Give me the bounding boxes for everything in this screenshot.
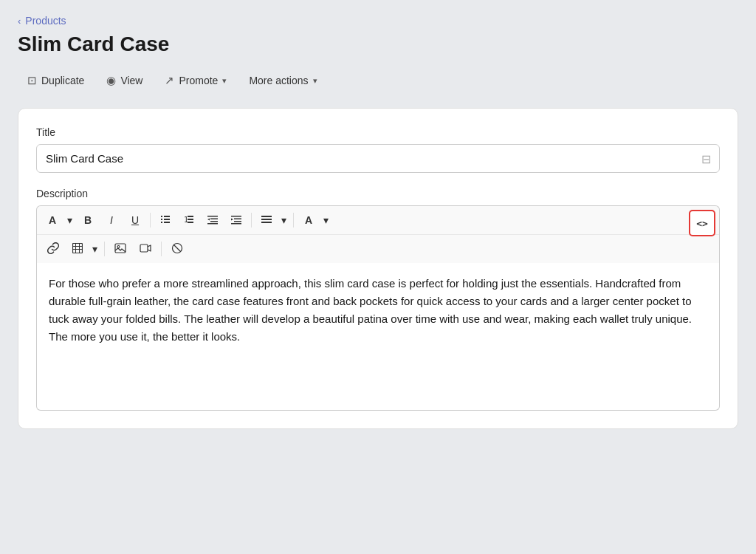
font-button[interactable]: A: [41, 209, 63, 231]
svg-rect-23: [73, 243, 83, 253]
editor-container: A ▾ B I U: [36, 205, 720, 411]
more-actions-label: More actions: [249, 75, 308, 86]
svg-rect-4: [161, 222, 162, 223]
back-chevron-icon: ‹: [18, 16, 21, 27]
svg-rect-9: [188, 222, 193, 223]
description-field: Description A ▾ B: [36, 188, 720, 411]
view-label: View: [120, 75, 142, 86]
text-color-dropdown-btn[interactable]: ▾: [320, 209, 331, 231]
indent-icon: [231, 214, 241, 227]
svg-rect-10: [207, 216, 218, 217]
description-label: Description: [36, 188, 720, 199]
promote-icon: ↗: [165, 74, 174, 87]
table-icon: [72, 243, 83, 256]
italic-button[interactable]: I: [100, 209, 123, 231]
outdent-icon: [207, 214, 218, 227]
toolbar-row-1: A ▾ B I U: [37, 206, 719, 234]
indent-button[interactable]: [225, 209, 247, 231]
breadcrumb[interactable]: ‹ Products: [18, 15, 738, 27]
link-button[interactable]: [41, 238, 65, 260]
svg-marker-14: [207, 218, 210, 220]
code-view-button[interactable]: <>: [689, 210, 715, 236]
svg-rect-12: [210, 221, 218, 222]
svg-rect-5: [164, 222, 170, 223]
svg-rect-15: [231, 216, 241, 217]
breadcrumb-label: Products: [25, 15, 66, 27]
view-button[interactable]: ◉ View: [97, 68, 152, 93]
underline-icon: U: [131, 214, 139, 226]
svg-rect-17: [234, 221, 241, 222]
title-field: Title ⊟: [36, 126, 720, 173]
font-dropdown-btn[interactable]: ▾: [63, 209, 75, 231]
unordered-list-button[interactable]: [154, 209, 176, 231]
font-dropdown: A ▾: [41, 209, 75, 231]
svg-rect-8: [188, 219, 193, 220]
align-chevron-icon: ▾: [281, 214, 286, 226]
font-chevron-icon: ▾: [67, 214, 72, 226]
view-icon: ◉: [106, 74, 116, 87]
bold-icon: B: [84, 214, 92, 226]
align-icon: [261, 214, 272, 227]
text-color-button[interactable]: A: [298, 209, 320, 231]
toolbar-row2-divider-2: [161, 242, 162, 256]
duplicate-button[interactable]: ⊡ Duplicate: [18, 68, 94, 93]
text-color-chevron-icon: ▾: [323, 214, 329, 226]
promote-chevron-icon: ▾: [222, 76, 227, 86]
promote-button[interactable]: ↗ Promote ▾: [155, 68, 236, 93]
video-button[interactable]: [134, 238, 157, 260]
image-icon: [114, 242, 126, 256]
underline-button[interactable]: U: [124, 209, 146, 231]
svg-line-32: [174, 244, 181, 251]
svg-rect-21: [261, 219, 272, 220]
svg-rect-28: [115, 244, 126, 253]
toolbar-divider-2: [251, 213, 252, 228]
ordered-list-icon: 1: [184, 214, 194, 227]
title-field-icon: ⊟: [701, 151, 711, 165]
align-button[interactable]: [255, 209, 278, 231]
link-icon: [47, 242, 59, 256]
svg-rect-7: [188, 216, 193, 217]
page-title: Slim Card Case: [18, 33, 738, 56]
svg-rect-0: [161, 216, 162, 217]
editor-toolbar: A ▾ B I U: [36, 205, 720, 263]
text-color-icon: A: [305, 214, 312, 226]
text-color-dropdown: A ▾: [298, 209, 331, 231]
svg-rect-11: [210, 218, 218, 219]
title-input-wrapper: ⊟: [36, 144, 720, 173]
promote-label: Promote: [179, 75, 218, 86]
svg-rect-30: [140, 244, 148, 252]
font-icon: A: [49, 214, 56, 226]
editor-content[interactable]: For those who prefer a more streamlined …: [36, 263, 720, 411]
svg-rect-3: [164, 219, 170, 220]
svg-rect-13: [207, 223, 218, 225]
bold-button[interactable]: B: [77, 209, 99, 231]
outdent-button[interactable]: [202, 209, 224, 231]
svg-rect-2: [161, 219, 162, 220]
ordered-list-button[interactable]: 1: [178, 209, 200, 231]
svg-point-29: [117, 245, 120, 247]
duplicate-label: Duplicate: [41, 75, 84, 86]
title-input[interactable]: [36, 144, 720, 173]
code-icon: <>: [696, 218, 708, 229]
more-actions-button[interactable]: More actions ▾: [239, 69, 326, 92]
toolbar-divider-3: [293, 213, 294, 228]
more-actions-chevron-icon: ▾: [313, 76, 317, 86]
table-dropdown: ▾: [66, 238, 100, 260]
title-label: Title: [36, 126, 720, 138]
toolbar-row2-divider-1: [104, 242, 105, 256]
align-dropdown: ▾: [255, 209, 289, 231]
action-bar: ⊡ Duplicate ◉ View ↗ Promote ▾ More acti…: [18, 68, 738, 93]
description-text: For those who prefer a more streamlined …: [49, 275, 707, 346]
toolbar-row-2: ▾: [37, 234, 719, 263]
clear-format-icon: [171, 242, 183, 256]
duplicate-icon: ⊡: [27, 74, 37, 87]
svg-rect-1: [164, 216, 170, 217]
align-dropdown-btn[interactable]: ▾: [278, 209, 289, 231]
table-button[interactable]: [66, 238, 89, 260]
svg-rect-18: [231, 223, 241, 225]
image-button[interactable]: [109, 238, 132, 260]
svg-rect-22: [261, 222, 272, 223]
clear-format-button[interactable]: [165, 238, 189, 260]
table-dropdown-btn[interactable]: ▾: [89, 238, 100, 260]
svg-rect-16: [234, 218, 241, 219]
